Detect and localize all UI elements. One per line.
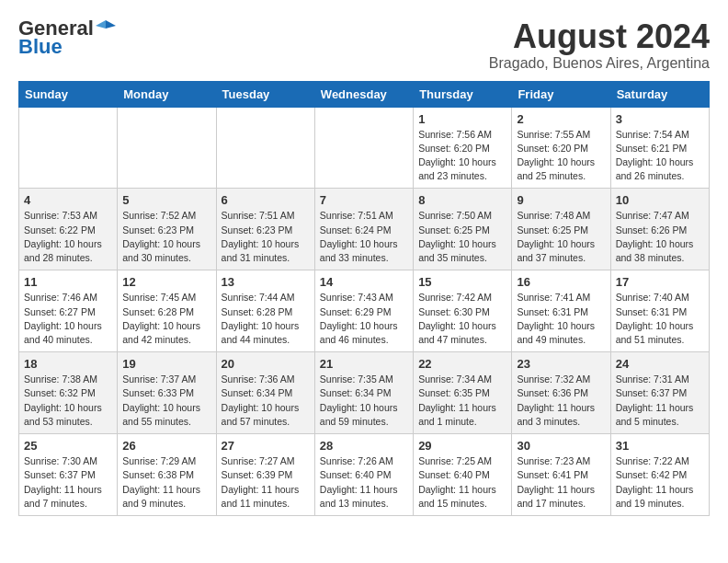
day-info: Sunrise: 7:26 AM Sunset: 6:40 PM Dayligh… xyxy=(320,454,408,511)
table-row: 6Sunrise: 7:51 AM Sunset: 6:23 PM Daylig… xyxy=(216,189,314,270)
table-row: 23Sunrise: 7:32 AM Sunset: 6:36 PM Dayli… xyxy=(512,352,610,434)
day-info: Sunrise: 7:48 AM Sunset: 6:25 PM Dayligh… xyxy=(517,209,605,265)
calendar-table: Sunday Monday Tuesday Wednesday Thursday… xyxy=(18,81,710,516)
day-number: 19 xyxy=(122,357,210,371)
day-info: Sunrise: 7:25 AM Sunset: 6:40 PM Dayligh… xyxy=(418,454,506,511)
day-info: Sunrise: 7:52 AM Sunset: 6:23 PM Dayligh… xyxy=(122,209,210,265)
day-info: Sunrise: 7:22 AM Sunset: 6:42 PM Dayligh… xyxy=(616,454,704,511)
day-number: 17 xyxy=(616,275,704,289)
table-row: 4Sunrise: 7:53 AM Sunset: 6:22 PM Daylig… xyxy=(19,189,118,270)
table-row: 22Sunrise: 7:34 AM Sunset: 6:35 PM Dayli… xyxy=(414,352,512,434)
day-number: 13 xyxy=(222,275,310,289)
day-info: Sunrise: 7:50 AM Sunset: 6:25 PM Dayligh… xyxy=(418,209,506,265)
day-info: Sunrise: 7:23 AM Sunset: 6:41 PM Dayligh… xyxy=(517,454,605,511)
day-number: 18 xyxy=(24,357,112,371)
day-info: Sunrise: 7:30 AM Sunset: 6:37 PM Dayligh… xyxy=(24,454,112,511)
page-header: General Blue August 2024 Bragado, Buenos… xyxy=(18,18,710,72)
day-number: 22 xyxy=(418,357,506,371)
day-info: Sunrise: 7:37 AM Sunset: 6:33 PM Dayligh… xyxy=(122,373,210,429)
day-info: Sunrise: 7:29 AM Sunset: 6:38 PM Dayligh… xyxy=(122,454,210,511)
day-info: Sunrise: 7:40 AM Sunset: 6:31 PM Dayligh… xyxy=(616,291,704,347)
day-number: 2 xyxy=(517,112,605,126)
header-thursday: Thursday xyxy=(414,81,512,107)
header-monday: Monday xyxy=(118,81,216,107)
day-number: 7 xyxy=(320,193,408,207)
table-row: 16Sunrise: 7:41 AM Sunset: 6:31 PM Dayli… xyxy=(512,270,610,352)
header-friday: Friday xyxy=(512,81,610,107)
header-wednesday: Wednesday xyxy=(314,81,413,107)
table-row: 9Sunrise: 7:48 AM Sunset: 6:25 PM Daylig… xyxy=(512,189,610,270)
table-row xyxy=(216,107,314,189)
calendar-header-row: Sunday Monday Tuesday Wednesday Thursday… xyxy=(19,81,710,107)
day-number: 11 xyxy=(24,275,112,289)
day-info: Sunrise: 7:27 AM Sunset: 6:39 PM Dayligh… xyxy=(222,454,310,511)
day-number: 24 xyxy=(616,357,704,371)
day-number: 8 xyxy=(418,193,506,207)
header-sunday: Sunday xyxy=(19,81,118,107)
day-info: Sunrise: 7:47 AM Sunset: 6:26 PM Dayligh… xyxy=(616,209,704,265)
day-number: 4 xyxy=(24,193,112,207)
svg-marker-1 xyxy=(96,20,106,29)
month-year-title: August 2024 xyxy=(489,18,710,55)
day-number: 20 xyxy=(222,357,310,371)
day-info: Sunrise: 7:53 AM Sunset: 6:22 PM Dayligh… xyxy=(24,209,112,265)
day-info: Sunrise: 7:55 AM Sunset: 6:20 PM Dayligh… xyxy=(517,128,605,184)
table-row xyxy=(19,107,118,189)
svg-marker-0 xyxy=(106,20,116,29)
table-row: 29Sunrise: 7:25 AM Sunset: 6:40 PM Dayli… xyxy=(414,434,512,516)
table-row: 2Sunrise: 7:55 AM Sunset: 6:20 PM Daylig… xyxy=(512,107,610,189)
day-number: 16 xyxy=(517,275,605,289)
title-block: August 2024 Bragado, Buenos Aires, Argen… xyxy=(489,18,710,72)
day-number: 25 xyxy=(24,439,112,453)
table-row: 5Sunrise: 7:52 AM Sunset: 6:23 PM Daylig… xyxy=(118,189,216,270)
location-subtitle: Bragado, Buenos Aires, Argentina xyxy=(489,55,710,72)
table-row: 26Sunrise: 7:29 AM Sunset: 6:38 PM Dayli… xyxy=(118,434,216,516)
table-row: 11Sunrise: 7:46 AM Sunset: 6:27 PM Dayli… xyxy=(19,270,118,352)
day-number: 26 xyxy=(122,439,210,453)
table-row: 27Sunrise: 7:27 AM Sunset: 6:39 PM Dayli… xyxy=(216,434,314,516)
day-info: Sunrise: 7:38 AM Sunset: 6:32 PM Dayligh… xyxy=(24,373,112,429)
day-number: 15 xyxy=(418,275,506,289)
day-info: Sunrise: 7:34 AM Sunset: 6:35 PM Dayligh… xyxy=(418,373,506,429)
day-number: 12 xyxy=(122,275,210,289)
table-row: 7Sunrise: 7:51 AM Sunset: 6:24 PM Daylig… xyxy=(314,189,413,270)
header-saturday: Saturday xyxy=(610,81,709,107)
day-info: Sunrise: 7:51 AM Sunset: 6:23 PM Dayligh… xyxy=(222,209,310,265)
table-row xyxy=(118,107,216,189)
day-number: 29 xyxy=(418,439,506,453)
day-number: 1 xyxy=(418,112,506,126)
day-number: 21 xyxy=(320,357,408,371)
day-info: Sunrise: 7:41 AM Sunset: 6:31 PM Dayligh… xyxy=(517,291,605,347)
day-number: 9 xyxy=(517,193,605,207)
day-info: Sunrise: 7:46 AM Sunset: 6:27 PM Dayligh… xyxy=(24,291,112,347)
day-info: Sunrise: 7:35 AM Sunset: 6:34 PM Dayligh… xyxy=(320,373,408,429)
day-number: 14 xyxy=(320,275,408,289)
day-info: Sunrise: 7:43 AM Sunset: 6:29 PM Dayligh… xyxy=(320,291,408,347)
table-row: 24Sunrise: 7:31 AM Sunset: 6:37 PM Dayli… xyxy=(610,352,709,434)
day-info: Sunrise: 7:44 AM Sunset: 6:28 PM Dayligh… xyxy=(222,291,310,347)
day-number: 5 xyxy=(122,193,210,207)
table-row: 25Sunrise: 7:30 AM Sunset: 6:37 PM Dayli… xyxy=(19,434,118,516)
table-row: 15Sunrise: 7:42 AM Sunset: 6:30 PM Dayli… xyxy=(414,270,512,352)
day-number: 10 xyxy=(616,193,704,207)
logo: General Blue xyxy=(18,18,116,57)
day-info: Sunrise: 7:36 AM Sunset: 6:34 PM Dayligh… xyxy=(222,373,310,429)
table-row: 13Sunrise: 7:44 AM Sunset: 6:28 PM Dayli… xyxy=(216,270,314,352)
table-row: 28Sunrise: 7:26 AM Sunset: 6:40 PM Dayli… xyxy=(314,434,413,516)
day-number: 6 xyxy=(222,193,310,207)
day-info: Sunrise: 7:32 AM Sunset: 6:36 PM Dayligh… xyxy=(517,373,605,429)
table-row xyxy=(314,107,413,189)
day-number: 31 xyxy=(616,439,704,453)
day-number: 28 xyxy=(320,439,408,453)
day-info: Sunrise: 7:45 AM Sunset: 6:28 PM Dayligh… xyxy=(122,291,210,347)
day-info: Sunrise: 7:54 AM Sunset: 6:21 PM Dayligh… xyxy=(616,128,704,184)
table-row: 17Sunrise: 7:40 AM Sunset: 6:31 PM Dayli… xyxy=(610,270,709,352)
logo-blue: Blue xyxy=(18,37,63,57)
table-row: 3Sunrise: 7:54 AM Sunset: 6:21 PM Daylig… xyxy=(610,107,709,189)
table-row: 8Sunrise: 7:50 AM Sunset: 6:25 PM Daylig… xyxy=(414,189,512,270)
day-info: Sunrise: 7:56 AM Sunset: 6:20 PM Dayligh… xyxy=(418,128,506,184)
day-info: Sunrise: 7:42 AM Sunset: 6:30 PM Dayligh… xyxy=(418,291,506,347)
table-row: 31Sunrise: 7:22 AM Sunset: 6:42 PM Dayli… xyxy=(610,434,709,516)
header-tuesday: Tuesday xyxy=(216,81,314,107)
table-row: 10Sunrise: 7:47 AM Sunset: 6:26 PM Dayli… xyxy=(610,189,709,270)
